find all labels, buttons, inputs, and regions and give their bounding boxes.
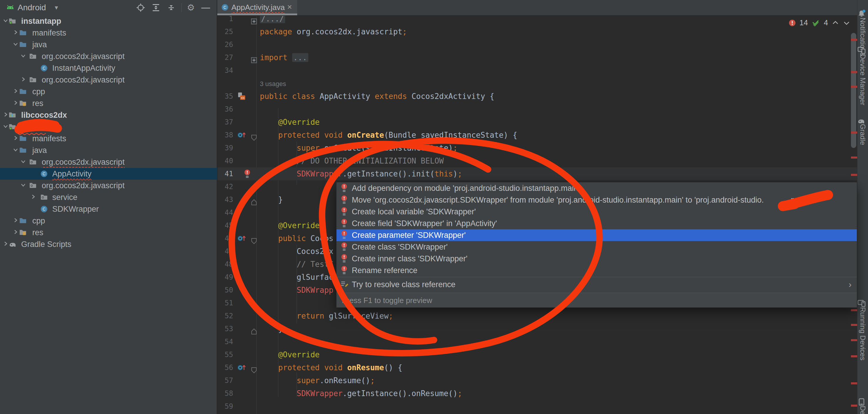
code-line-56[interactable]: 56 protected void onResume() {: [218, 361, 858, 374]
overrides-method-icon[interactable]: [237, 363, 247, 372]
error-stripe-mark[interactable]: [851, 355, 858, 357]
fold-marker[interactable]: [251, 326, 257, 332]
android-component-icon[interactable]: <>: [237, 92, 247, 101]
tree-item-res[interactable]: res: [0, 97, 217, 109]
tree-item-sdkwrapper[interactable]: CSDKWrapper: [0, 203, 217, 215]
chevron-down-icon[interactable]: [20, 158, 28, 166]
code-line-54[interactable]: 54: [218, 335, 858, 348]
popup-item-9[interactable]: Try to resolve class reference›: [337, 279, 857, 290]
usages-hint[interactable]: 3 usages: [260, 80, 286, 88]
inspections-ok-icon[interactable]: [812, 19, 820, 27]
settings-gear-icon[interactable]: ⚙: [187, 3, 195, 12]
tree-item-org-cocos2dx-javascript[interactable]: org.cocos2dx.javascript: [0, 74, 217, 86]
fold-marker[interactable]: [251, 364, 257, 371]
code-line-38[interactable]: 38 protected void onCreate(Bundle savedI…: [218, 129, 858, 141]
line-number[interactable]: 48: [218, 258, 233, 271]
chevron-right-icon[interactable]: [12, 99, 20, 107]
chevron-right-icon[interactable]: [12, 29, 20, 37]
line-number[interactable]: 34: [218, 64, 233, 77]
code-line-35[interactable]: 35<>public class AppActivity extends Coc…: [218, 90, 858, 103]
line-number[interactable]: 52: [218, 310, 233, 322]
fold-marker[interactable]: [251, 132, 257, 138]
code-line-53[interactable]: 53 }: [218, 322, 858, 335]
error-stripe-mark[interactable]: [851, 39, 858, 41]
line-number[interactable]: 56: [218, 361, 233, 374]
locate-icon[interactable]: [136, 3, 145, 12]
tree-item-redacted-module[interactable]: [0, 121, 217, 133]
chevron-right-icon[interactable]: [20, 76, 28, 84]
line-number[interactable]: 40: [218, 154, 233, 167]
tool-window-button-gradle[interactable]: Gradle: [858, 112, 868, 145]
tool-window-button-device-manager[interactable]: Device Manager: [858, 41, 868, 105]
errors-count-icon[interactable]: [788, 19, 796, 27]
overrides-method-icon[interactable]: [237, 234, 247, 243]
line-number[interactable]: 36: [218, 103, 233, 116]
error-stripe-mark[interactable]: [851, 131, 858, 134]
tree-item-org-cocos2dx-javascript[interactable]: org.cocos2dx.javascript: [0, 51, 217, 62]
code-line-58[interactable]: 58 SDKWrapper.getInstance().onResume();: [218, 387, 858, 400]
tree-item-java[interactable]: java: [0, 145, 217, 156]
line-number[interactable]: 53: [218, 322, 233, 335]
line-number[interactable]: 35: [218, 90, 233, 103]
collapse-all-icon[interactable]: [167, 3, 176, 12]
code-line-26[interactable]: 26: [218, 38, 858, 51]
code-line-57[interactable]: 57 super.onResume();: [218, 374, 858, 387]
popup-item-1[interactable]: Move 'org.cocos2dx.javascript.SDKWrapper…: [337, 194, 857, 206]
tree-item-instantapp[interactable]: instantapp: [0, 15, 217, 27]
error-stripe-mark[interactable]: [851, 86, 858, 88]
code-line-27[interactable]: 27import ...: [218, 51, 858, 64]
popup-item-0[interactable]: Add dependency on module 'proj.android-s…: [337, 182, 857, 194]
line-number[interactable]: 50: [218, 284, 233, 296]
tree-item-res[interactable]: res: [0, 227, 217, 238]
popup-item-4[interactable]: Create parameter 'SDKWrapper': [337, 229, 857, 241]
tree-item-service[interactable]: service: [0, 191, 217, 203]
popup-item-3[interactable]: Create field 'SDKWrapper' in 'AppActivit…: [337, 218, 857, 229]
chevron-right-icon[interactable]: [12, 217, 20, 225]
code-line-41[interactable]: 41 SDKWrapper.getInstance().init(this);: [218, 167, 858, 180]
close-icon[interactable]: ×: [287, 2, 292, 12]
popup-item-2[interactable]: Create local variable 'SDKWrapper': [337, 206, 857, 218]
error-stripe-mark[interactable]: [851, 405, 858, 407]
line-number[interactable]: 45: [218, 219, 233, 232]
code-line-59[interactable]: 59: [218, 400, 858, 413]
fold-marker[interactable]: [251, 196, 257, 203]
error-stripe-mark[interactable]: [851, 324, 858, 326]
line-number[interactable]: 25: [218, 25, 233, 38]
error-stripe-mark[interactable]: [851, 309, 858, 311]
line-number[interactable]: 27: [218, 51, 233, 64]
code-line-55[interactable]: 55 @Override: [218, 348, 858, 361]
hide-panel-icon[interactable]: —: [201, 3, 210, 12]
previous-error-icon[interactable]: [832, 19, 839, 27]
tool-window-button-de[interactable]: De: [858, 393, 868, 414]
tree-item-libcocos2dx[interactable]: libcocos2dx: [0, 109, 217, 121]
line-number[interactable]: 39: [218, 141, 233, 154]
line-number[interactable]: 59: [218, 400, 233, 413]
error-stripe-mark[interactable]: [851, 339, 858, 341]
chevron-right-icon[interactable]: [30, 193, 38, 201]
line-number[interactable]: 49: [218, 271, 233, 284]
overrides-method-icon[interactable]: [237, 131, 247, 139]
code-line-52[interactable]: 52 return glSurfaceView;: [218, 310, 858, 322]
chevron-right-icon[interactable]: [12, 135, 20, 142]
tree-item-manifests[interactable]: manifests: [0, 27, 217, 39]
code-line-37[interactable]: 37 @Override: [218, 116, 858, 129]
tree-item-cpp[interactable]: cpp: [0, 86, 217, 97]
line-number[interactable]: 47: [218, 245, 233, 258]
line-number[interactable]: 42: [218, 180, 233, 193]
fold-marker[interactable]: [251, 15, 257, 22]
line-number[interactable]: 55: [218, 348, 233, 361]
next-error-icon[interactable]: [843, 19, 850, 27]
error-stripe-mark[interactable]: [851, 174, 858, 176]
code-line-34[interactable]: 34: [218, 64, 858, 77]
line-number[interactable]: 51: [218, 296, 233, 310]
line-number[interactable]: 38: [218, 129, 233, 141]
inspections-widget[interactable]: 144: [788, 18, 850, 27]
tab-appactivity[interactable]: C AppActivity.java ×: [217, 0, 297, 15]
chevron-right-icon[interactable]: [12, 88, 20, 95]
tool-window-button-running-devices[interactable]: Running Devices: [858, 294, 868, 360]
line-number[interactable]: 57: [218, 374, 233, 387]
line-number[interactable]: 37: [218, 116, 233, 129]
line-number[interactable]: 26: [218, 38, 233, 51]
code-line-36[interactable]: 36: [218, 103, 858, 116]
chevron-down-icon[interactable]: [20, 53, 28, 60]
